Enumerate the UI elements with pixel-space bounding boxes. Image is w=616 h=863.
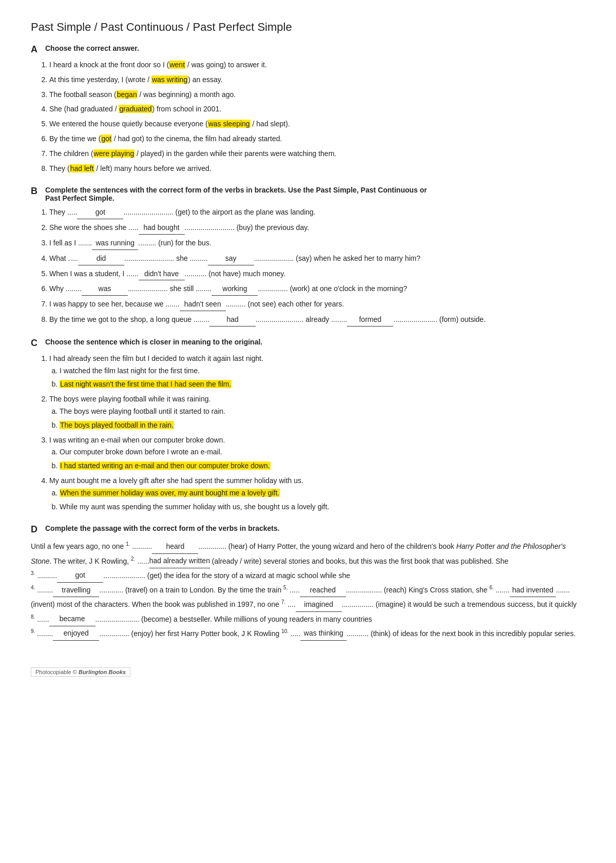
list-item: The boys were playing football while it … xyxy=(49,393,585,431)
section-b-instruction: Complete the sentences with the correct … xyxy=(45,186,427,202)
section-a-list: I heard a knock at the front door so I (… xyxy=(49,59,585,175)
superscript: 6. xyxy=(489,585,493,590)
answer-highlight: got xyxy=(101,135,111,143)
footer: Photocopiable © Burlington Books xyxy=(31,667,130,677)
answer-field: was thinking xyxy=(300,626,346,641)
section-d-instruction: Complete the passage with the correct fo… xyxy=(45,524,280,532)
list-item: The children (were playing / played) in … xyxy=(49,148,585,160)
list-item: I was happy to see her, because we .....… xyxy=(49,298,585,311)
answer-field: hadn't seen xyxy=(180,298,226,311)
answer-highlight: was writing xyxy=(151,75,188,84)
list-item: I heard a knock at the front door so I (… xyxy=(49,59,585,71)
list-item: By the time we got to the shop, a long q… xyxy=(49,314,585,327)
answer-field: became xyxy=(49,612,95,626)
answer-field: say xyxy=(208,253,254,265)
answer-field: enjoyed xyxy=(53,626,99,641)
answer-field: heard xyxy=(152,540,198,554)
list-item: We entered the house quietly because eve… xyxy=(49,118,585,130)
sub-list-item: While my aunt was spending the summer ho… xyxy=(60,501,585,513)
answer-highlight: was sleeping xyxy=(208,120,251,128)
section-a-instruction: Choose the correct answer. xyxy=(45,44,139,52)
answer-field: formed xyxy=(347,314,393,327)
answer-highlight: had left xyxy=(70,164,94,172)
list-item: By the time we (got / had got) to the ci… xyxy=(49,133,585,145)
answer-field: had xyxy=(209,314,256,327)
sub-list-item: Our computer broke down before I wrote a… xyxy=(60,446,585,458)
list-item: I fell as I .......was running......... … xyxy=(49,237,585,250)
sub-list-item: The boys were playing football until it … xyxy=(60,406,585,418)
answer-field: was xyxy=(82,283,128,296)
list-item: I was writing an e-mail when our compute… xyxy=(49,434,585,472)
list-item: At this time yesterday, I (wrote / was w… xyxy=(49,74,585,86)
answer-highlight: graduated xyxy=(119,105,152,113)
answer-field: didn't have xyxy=(139,268,185,281)
list-item: The football season (began / was beginni… xyxy=(49,89,585,101)
answer-field: imagined xyxy=(296,598,342,612)
answer-field: travelling xyxy=(53,583,99,598)
superscript: 1. xyxy=(126,541,130,547)
section-letter-c: C xyxy=(31,338,41,349)
sub-list-item: I watched the film last night for the fi… xyxy=(60,365,585,377)
answer-field: had bought xyxy=(139,222,185,235)
footer-brand: Burlington Books xyxy=(79,669,126,675)
sub-list: The boys were playing football until it … xyxy=(60,406,585,432)
sub-list-item-highlighted: I had started writing an e-mail and then… xyxy=(60,460,585,472)
section-b-list: They .....got......................... (… xyxy=(49,206,585,326)
answer-highlight: were playing xyxy=(93,149,135,158)
sub-list: Our computer broke down before I wrote a… xyxy=(60,446,585,472)
superscript: 9. xyxy=(31,628,35,634)
superscript: 4. xyxy=(31,585,35,590)
sub-list-item-highlighted: When the summer holiday was over, my aun… xyxy=(60,487,585,500)
page-title: Past Simple / Past Continuous / Past Per… xyxy=(31,21,585,34)
list-item: They (had left / left) many hours before… xyxy=(49,163,585,175)
list-item: When I was a student, I ......didn't hav… xyxy=(49,268,585,281)
list-item: She (had graduated / graduated) from sch… xyxy=(49,103,585,116)
list-item: She wore the shoes she .....had bought..… xyxy=(49,222,585,235)
footer-text: Photocopiable © xyxy=(35,669,79,675)
passage: Until a few years ago, no one 1. .......… xyxy=(31,539,585,641)
section-c-list: I had already seen the film but I decide… xyxy=(49,353,585,513)
section-c-instruction: Choose the sentence which is closer in m… xyxy=(45,338,262,346)
section-c: C Choose the sentence which is closer in… xyxy=(31,338,585,513)
answer-field: got xyxy=(57,568,103,583)
section-d: D Complete the passage with the correct … xyxy=(31,524,585,641)
superscript: 5. xyxy=(283,585,287,590)
superscript: 3. xyxy=(31,570,35,576)
answer-field: had invented xyxy=(510,583,556,598)
answer-field: working xyxy=(211,283,258,296)
list-item: What .....did......................... s… xyxy=(49,253,585,265)
answer-field: did xyxy=(78,253,124,265)
sub-list: When the summer holiday was over, my aun… xyxy=(60,487,585,513)
list-item: My aunt bought me a lovely gift after sh… xyxy=(49,475,585,513)
superscript: 8. xyxy=(31,614,35,620)
superscript: 7. xyxy=(281,599,285,605)
sub-list-item-highlighted: Last night wasn't the first time that I … xyxy=(60,378,585,391)
superscript: 10. xyxy=(281,628,288,634)
answer-highlight: went xyxy=(169,61,185,69)
section-letter-d: D xyxy=(31,524,41,535)
sub-list: I watched the film last night for the fi… xyxy=(60,365,585,391)
section-letter-a: A xyxy=(31,44,41,55)
section-b: B Complete the sentences with the correc… xyxy=(31,186,585,326)
sub-list-item-highlighted: The boys played football in the rain. xyxy=(60,419,585,432)
list-item: They .....got......................... (… xyxy=(49,206,585,219)
answer-field: got xyxy=(77,206,123,219)
section-letter-b: B xyxy=(31,186,41,197)
answer-field: reached xyxy=(300,583,346,598)
answer-highlight: began xyxy=(117,90,138,99)
list-item: I had already seen the film but I decide… xyxy=(49,353,585,391)
answer-field: was running xyxy=(92,237,138,250)
answer-field: had already written xyxy=(149,554,210,568)
list-item: Why ........was.................... she … xyxy=(49,283,585,296)
section-a: A Choose the correct answer. I heard a k… xyxy=(31,44,585,175)
superscript: 2. xyxy=(131,556,135,562)
